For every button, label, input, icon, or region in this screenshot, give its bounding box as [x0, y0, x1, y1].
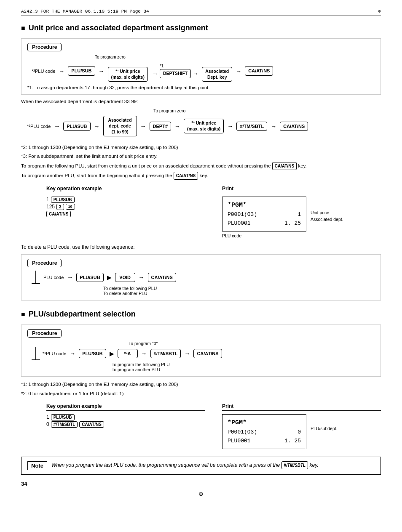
annotation-plu-subdept: PLU/subdept.	[311, 426, 338, 431]
s2-loop-bracket	[32, 347, 40, 360]
annotation-unit-price: Unit price	[311, 210, 343, 215]
unit-price-key-1: *³ Unit price(max. six digits)	[108, 67, 148, 82]
key-print-2: Key operation example 1 PLU/SUB 0 #/TM/S…	[46, 403, 381, 450]
footnote-5: To program another PLU, start from the b…	[21, 172, 381, 180]
receipt-line-pgm: *PGM*	[228, 200, 301, 210]
footnotes-section2: *1: 1 through 1200 (Depending on the EJ …	[21, 381, 381, 397]
arrow2: →	[99, 68, 105, 74]
print-title-2: Print	[222, 403, 381, 411]
delete-sub-labels: To delete the following PLU To delete an…	[61, 286, 375, 296]
footnote-star1: *1: To assign departments 17 through 32,…	[27, 85, 375, 90]
plu-code-del: PLU code	[43, 275, 64, 280]
ca-small-1: CA/AT/NS	[46, 211, 71, 217]
star1-label: *1	[160, 64, 163, 68]
assoc-dept-key-1: AssociatedDept. key	[202, 67, 232, 82]
void-key: VOID	[115, 273, 135, 282]
bottom-crosshair: ⊕	[21, 490, 381, 497]
diagram2-container: To program zero *²PLU code → PLU/SUB → A…	[21, 106, 381, 142]
to-program-zero-s2: To program "0"	[129, 341, 375, 346]
s2-ca-small: CA/AT/NS	[79, 421, 104, 428]
procedure-block-2: Procedure To program "0" *¹PLU code → PL…	[21, 325, 381, 377]
key-3: 3	[56, 204, 64, 210]
s2-another-label: To program another PLU	[112, 367, 375, 372]
key-op-line-1b: 125 3 19	[46, 204, 205, 210]
ca-del: CA/AT/NS	[148, 273, 176, 282]
dept-key: DEPT#	[150, 122, 171, 131]
delete-diagram-container: PLU code → PLU/SUB ▶ VOID → CA/AT/NS To …	[27, 271, 375, 296]
receipt2-pgm: *PGM*	[228, 418, 301, 428]
plu-sub-del: PLU/SUB	[76, 273, 103, 282]
annotation-assoc-dept: Associated dept.	[311, 217, 343, 222]
assoc-dept-code-key: Associateddept. code(1 to 99)	[103, 116, 137, 136]
diagram-row-2: *²PLU code → PLU/SUB → Associateddept. c…	[27, 116, 375, 136]
s2-ca: CA/AT/NS	[193, 349, 222, 358]
ca-key-2: CA/AT/NS	[280, 122, 308, 131]
note-label: Note	[27, 461, 47, 470]
s2-footnote-1: *1: 1 through 1200 (Depending on the EJ …	[21, 381, 381, 388]
to-program-zero-label-2: To program zero	[153, 108, 375, 113]
note-text: When you program the last PLU code, the …	[51, 461, 319, 469]
procedure-badge-2: Procedure	[27, 329, 62, 338]
receipt-annotations-1: Unit price Associated dept.	[311, 210, 343, 222]
plu-sub-key-1: PLU/SUB	[68, 66, 95, 75]
receipt-2: *PGM* P0001(O3) 0 PLU0001 1. 25	[222, 414, 306, 450]
procedure-badge-1: Procedure	[27, 43, 62, 51]
plu-code-label-1: *²PLU code	[32, 69, 55, 74]
key-op-line-1a: 1 PLU/SUB	[46, 197, 205, 203]
key-print-1: Key operation example 1 PLU/SUB 125 3 19…	[46, 186, 381, 239]
note-key: #/TM/SBTL	[281, 461, 308, 469]
receipt-1: *PGM* P0001(O3) 1 PLU0001 1. 25	[222, 197, 306, 232]
page: A242_3 FOR THE MANAGER 06.1.10 5:19 PM P…	[0, 0, 402, 532]
arrow3: →	[152, 70, 158, 77]
arrow5: →	[236, 68, 241, 74]
receipt2-plu0001: PLU0001 1. 25	[228, 437, 301, 446]
unit-price-key-2: *³ Unit price(max. six digits)	[184, 119, 224, 133]
s2-plu-sub: PLU/SUB	[79, 349, 106, 358]
section1-title: Unit price and associated department ass…	[21, 24, 381, 32]
section1: Unit price and associated department ass…	[21, 24, 381, 301]
footnotes-section1: *2: 1 through 1200 (Depending on the EJ …	[21, 144, 381, 180]
receipt-line-plu0001: PLU0001 1. 25	[228, 219, 301, 228]
footnote-4: To program the following PLU, start from…	[21, 162, 381, 170]
key-op-box-1: Key operation example 1 PLU/SUB 125 3 19…	[46, 186, 205, 239]
s2-tm-sbtl-small: #/TM/SBTL	[51, 421, 78, 428]
key-op-line-2b: 0 #/TM/SBTL CA/AT/NS	[46, 421, 205, 428]
receipt2-annotation: PLU/subdept.	[311, 426, 338, 431]
key-op-title-1: Key operation example	[46, 186, 205, 193]
s2-diagram: *¹PLU code → PLU/SUB ▶ *²A → #/TM/SBTL →…	[27, 347, 375, 372]
del-another-label: To delete another PLU	[103, 291, 375, 296]
key-op-line-2a: 1 PLU/SUB	[46, 414, 205, 420]
receipt-line-p0001: P0001(O3) 1	[228, 210, 301, 219]
delete-intro: To delete a PLU code, use the following …	[21, 244, 381, 250]
key-19: 19	[66, 204, 75, 210]
plu-code-receipt-label: PLU code	[222, 233, 381, 238]
print-title-1: Print	[222, 186, 381, 193]
header-crosshair: ⊕	[378, 8, 381, 14]
plu-sub-small-1: PLU/SUB	[51, 197, 75, 203]
section2-title: PLU/subdepartment selection	[21, 310, 381, 319]
key-op-line-1c: CA/AT/NS	[46, 211, 205, 217]
arrow1: →	[59, 68, 64, 74]
s2-tm-sbtl: #/TM/SBTL	[150, 349, 181, 358]
del-following-label: To delete the following PLU	[103, 286, 375, 291]
print-area-2: *PGM* P0001(O3) 0 PLU0001 1. 25 PLU/subd…	[222, 414, 381, 450]
key-op-title-2: Key operation example	[46, 403, 205, 411]
print-box-1: Print *PGM* P0001(O3) 1 PLU0001 1. 25	[222, 186, 381, 239]
print-box-2: Print *PGM* P0001(O3) 0 PLU0001 1. 25	[222, 403, 381, 450]
to-program-zero-label: To program zero	[95, 55, 126, 59]
deptshift-key-1: DEPTSHIFT	[160, 69, 191, 78]
s2-following-label: To program the following PLU	[112, 362, 375, 367]
procedure-badge-del-label: Procedure	[27, 259, 62, 267]
ca-key-inline-1: CA/AT/NS	[272, 162, 297, 170]
s2-diagram-row: *¹PLU code → PLU/SUB ▶ *²A → #/TM/SBTL →…	[32, 347, 375, 360]
when-assoc-label: When the associated department is depart…	[21, 99, 381, 104]
ca-key-1: CA/AT/NS	[245, 66, 273, 75]
header-bar: A242_3 FOR THE MANAGER 06.1.10 5:19 PM P…	[21, 8, 381, 16]
procedure-block-1: Procedure To program zero *²PLU code → P…	[21, 38, 381, 95]
footnote-2: *2: 1 through 1200 (Depending on the EJ …	[21, 144, 381, 151]
s2-footnote-2: *2: 0 for subdepartment or 1 for PLU (de…	[21, 390, 381, 397]
receipt2-p0001: P0001(O3) 0	[228, 428, 301, 437]
plu-code-label-2: *²PLU code	[27, 124, 51, 129]
key-op-box-2: Key operation example 1 PLU/SUB 0 #/TM/S…	[46, 403, 205, 450]
footnote-3: *3: For a subdepartment, set the limit a…	[21, 153, 381, 160]
